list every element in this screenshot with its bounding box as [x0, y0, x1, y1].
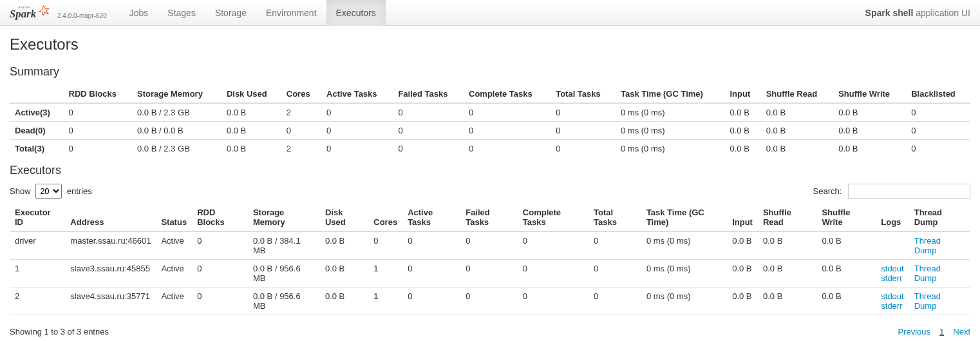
- col-complete-tasks[interactable]: Complete Tasks: [518, 204, 589, 231]
- app-ui-label: Spark shell application UI: [865, 8, 970, 18]
- col-thread-dump[interactable]: Thread Dump: [909, 204, 970, 231]
- col-failed-tasks[interactable]: Failed Tasks: [393, 85, 464, 103]
- thread-dump-link[interactable]: Thread Dump: [914, 264, 941, 283]
- table-controls: Show 20 entries Search:: [10, 184, 970, 199]
- version-label: 2.4.0.0-mapr-620: [57, 12, 107, 19]
- col-rdd-blocks[interactable]: RDD Blocks: [192, 204, 248, 231]
- next-button[interactable]: Next: [953, 327, 970, 336]
- app-name: Spark shell: [865, 8, 914, 18]
- col-active-tasks[interactable]: Active Tasks: [321, 85, 393, 103]
- col-storage-memory[interactable]: Storage Memory: [132, 85, 221, 103]
- entries-info: Showing 1 to 3 of 3 entries: [10, 327, 109, 336]
- row-label: Total(3): [10, 140, 64, 158]
- col-shuffle-read[interactable]: Shuffle Read: [761, 85, 833, 103]
- row-label: Dead(0): [10, 122, 64, 140]
- main-container: Executors Summary RDD Blocks Storage Mem…: [0, 26, 980, 341]
- summary-table: RDD Blocks Storage Memory Disk Used Core…: [10, 85, 970, 157]
- col-input[interactable]: Input: [727, 204, 758, 231]
- stderr-link[interactable]: stderr: [881, 273, 903, 283]
- tab-storage[interactable]: Storage: [205, 0, 256, 26]
- col-task-time[interactable]: Task Time (GC Time): [641, 204, 727, 231]
- row-label: Active(3): [10, 103, 64, 122]
- summary-header-row: RDD Blocks Storage Memory Disk Used Core…: [10, 85, 970, 103]
- summary-row-active: Active(3) 0 0.0 B / 2.3 GB 0.0 B 2 0 0 0…: [10, 103, 970, 122]
- logs-cell: stdout stderr: [876, 260, 909, 287]
- nav-tabs: Jobs Stages Storage Environment Executor…: [120, 0, 386, 26]
- spark-logo-icon: APACHE Spark: [10, 3, 55, 23]
- col-total-tasks[interactable]: Total Tasks: [589, 204, 641, 231]
- tab-executors[interactable]: Executors: [326, 0, 386, 26]
- show-entries: Show 20 entries: [10, 184, 92, 199]
- tab-stages[interactable]: Stages: [158, 0, 205, 26]
- summary-title: Summary: [10, 65, 970, 79]
- col-active-tasks[interactable]: Active Tasks: [402, 204, 460, 231]
- search-input[interactable]: [848, 184, 970, 199]
- col-disk-used[interactable]: Disk Used: [221, 85, 281, 103]
- col-complete-tasks[interactable]: Complete Tasks: [464, 85, 551, 103]
- table-row: driver master.ssau.ru:46601 Active 0 0.0…: [10, 231, 970, 260]
- col-shuffle-read[interactable]: Shuffle Read: [758, 204, 816, 231]
- svg-text:Spark: Spark: [10, 8, 37, 20]
- col-task-time[interactable]: Task Time (GC Time): [616, 85, 724, 103]
- col-input[interactable]: Input: [724, 85, 760, 103]
- logs-cell: [876, 231, 909, 260]
- table-row: 1 slave3.ssau.ru:45855 Active 0 0.0 B / …: [10, 260, 970, 287]
- col-blacklisted[interactable]: Blacklisted: [906, 85, 970, 103]
- table-row: 2 slave4.ssau.ru:35771 Active 0 0.0 B / …: [10, 287, 970, 315]
- col-disk-used[interactable]: Disk Used: [320, 204, 368, 231]
- col-executor-id[interactable]: Executor ID: [10, 204, 65, 231]
- stderr-link[interactable]: stderr: [881, 301, 903, 311]
- col-shuffle-write[interactable]: Shuffle Write: [816, 204, 876, 231]
- search-label: Search:: [813, 186, 842, 196]
- thread-dump-link[interactable]: Thread Dump: [914, 236, 941, 255]
- col-failed-tasks[interactable]: Failed Tasks: [460, 204, 518, 231]
- col-total-tasks[interactable]: Total Tasks: [551, 85, 616, 103]
- executors-title: Executors: [10, 164, 970, 177]
- col-logs[interactable]: Logs: [876, 204, 909, 231]
- stdout-link[interactable]: stdout: [881, 291, 903, 301]
- summary-row-dead: Dead(0) 0 0.0 B / 0.0 B 0.0 B 0 0 0 0 0 …: [10, 122, 970, 140]
- col-cores[interactable]: Cores: [281, 85, 321, 103]
- navbar: APACHE Spark 2.4.0.0-mapr-620 Jobs Stage…: [0, 0, 980, 26]
- tab-environment[interactable]: Environment: [256, 0, 326, 26]
- pagination: Previous 1 Next: [898, 327, 970, 336]
- previous-button[interactable]: Previous: [898, 327, 930, 336]
- col-storage-memory[interactable]: Storage Memory: [248, 204, 320, 231]
- col-status[interactable]: Status: [156, 204, 192, 231]
- col-cores[interactable]: Cores: [368, 204, 402, 231]
- page-title: Executors: [10, 35, 970, 54]
- stdout-link[interactable]: stdout: [881, 264, 903, 273]
- col-rdd-blocks[interactable]: RDD Blocks: [64, 85, 133, 103]
- col-shuffle-write[interactable]: Shuffle Write: [833, 85, 906, 103]
- logs-cell: stdout stderr: [876, 287, 909, 315]
- page-number[interactable]: 1: [939, 327, 944, 336]
- table-footer: Showing 1 to 3 of 3 entries Previous 1 N…: [10, 322, 970, 336]
- tab-jobs[interactable]: Jobs: [120, 0, 158, 26]
- thread-dump-link[interactable]: Thread Dump: [914, 291, 941, 311]
- col-address[interactable]: Address: [65, 204, 156, 231]
- entries-select[interactable]: 20: [35, 184, 62, 199]
- navbar-brand[interactable]: APACHE Spark 2.4.0.0-mapr-620: [10, 3, 107, 23]
- search-box: Search:: [813, 184, 970, 199]
- executors-table: Executor ID Address Status RDD Blocks St…: [10, 204, 970, 315]
- exec-header-row: Executor ID Address Status RDD Blocks St…: [10, 204, 970, 231]
- summary-row-total: Total(3) 0 0.0 B / 2.3 GB 0.0 B 2 0 0 0 …: [10, 140, 970, 158]
